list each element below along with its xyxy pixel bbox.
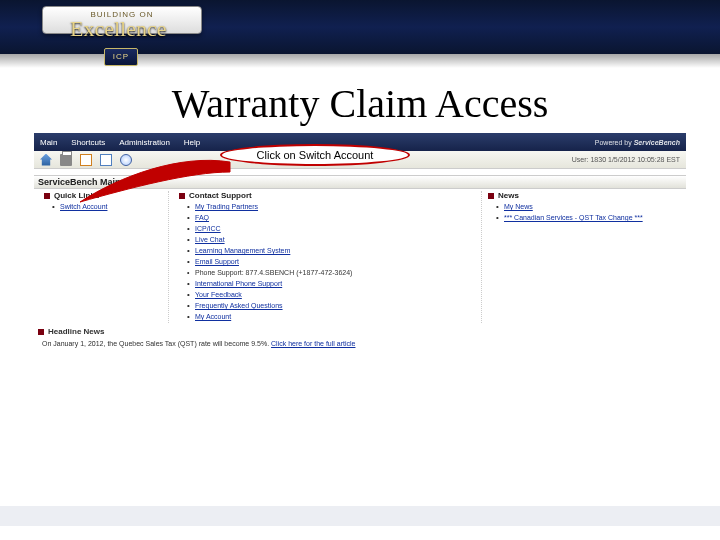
toolbar: User: 1830 1/5/2012 10:05:28 EST: [34, 151, 686, 169]
link-my-account[interactable]: My Account: [195, 313, 231, 320]
excellence-badge: BUILDING ON Excellence ICP: [42, 0, 202, 70]
badge-icp: ICP: [104, 48, 138, 66]
phone-support-line: Phone Support: 877.4.SBENCH (+1877-472-3…: [187, 268, 471, 278]
help-icon[interactable]: [120, 154, 132, 166]
main-menu-banner: ServiceBench Main Menu: [34, 175, 686, 189]
bullet-icon: [488, 193, 494, 199]
columns: Quick Links Switch Account Contact Suppo…: [34, 189, 686, 325]
headline-title: Headline News: [48, 327, 104, 336]
powered-by: Powered by ServiceBench: [595, 139, 680, 146]
headline-bar: Headline News: [34, 325, 686, 338]
main-menu-title: ServiceBench Main Menu: [34, 177, 147, 187]
servicebench-app: Main Shortcuts Administration Help Power…: [34, 133, 686, 355]
link-switch-account[interactable]: Switch Account: [60, 203, 107, 210]
link-feedback[interactable]: Your Feedback: [195, 291, 242, 298]
contact-support-title: Contact Support: [189, 191, 252, 200]
link-lms[interactable]: Learning Management System: [195, 247, 290, 254]
link-faq-2[interactable]: Frequently Asked Questions: [195, 302, 283, 309]
bullet-icon: [179, 193, 185, 199]
link-faq[interactable]: FAQ: [195, 214, 209, 221]
bullet-icon: [44, 193, 50, 199]
link-icp-icc[interactable]: ICP/ICC: [195, 225, 221, 232]
menu-shortcuts[interactable]: Shortcuts: [71, 138, 105, 147]
link-email-support[interactable]: Email Support: [195, 258, 239, 265]
menubar: Main Shortcuts Administration Help Power…: [34, 133, 686, 151]
link-intl-phone[interactable]: International Phone Support: [195, 280, 282, 287]
footer-band: [0, 506, 720, 526]
link-live-chat[interactable]: Live Chat: [195, 236, 225, 243]
menu-main[interactable]: Main: [40, 138, 57, 147]
col-contact-support: Contact Support My Trading Partners FAQ …: [168, 191, 482, 323]
col-news: News My News *** Canadian Services - QST…: [482, 191, 682, 323]
document-icon[interactable]: [80, 154, 92, 166]
headline-link[interactable]: Click here for the full article: [271, 340, 355, 347]
slide-title: Warranty Claim Access: [0, 78, 720, 127]
headline-body: On January 1, 2012, the Quebec Sales Tax…: [34, 338, 686, 355]
slide-top-banner: BUILDING ON Excellence ICP: [0, 0, 720, 78]
news-title: News: [498, 191, 519, 200]
col-quick-links: Quick Links Switch Account: [38, 191, 168, 323]
link-trading-partners[interactable]: My Trading Partners: [195, 203, 258, 210]
page-title: Warranty Claim Access: [0, 80, 720, 127]
link-qst-change[interactable]: *** Canadian Services - QST Tax Change *…: [504, 214, 643, 221]
note-icon[interactable]: [100, 154, 112, 166]
link-my-news[interactable]: My News: [504, 203, 533, 210]
badge-script: Excellence: [70, 16, 167, 42]
headline-text: On January 1, 2012, the Quebec Sales Tax…: [42, 340, 271, 347]
quick-links-title: Quick Links: [54, 191, 99, 200]
bullet-icon: [38, 329, 44, 335]
print-icon[interactable]: [60, 154, 72, 166]
home-icon[interactable]: [40, 154, 52, 166]
menu-help[interactable]: Help: [184, 138, 200, 147]
menu-administration[interactable]: Administration: [119, 138, 170, 147]
user-status: User: 1830 1/5/2012 10:05:28 EST: [572, 156, 680, 163]
